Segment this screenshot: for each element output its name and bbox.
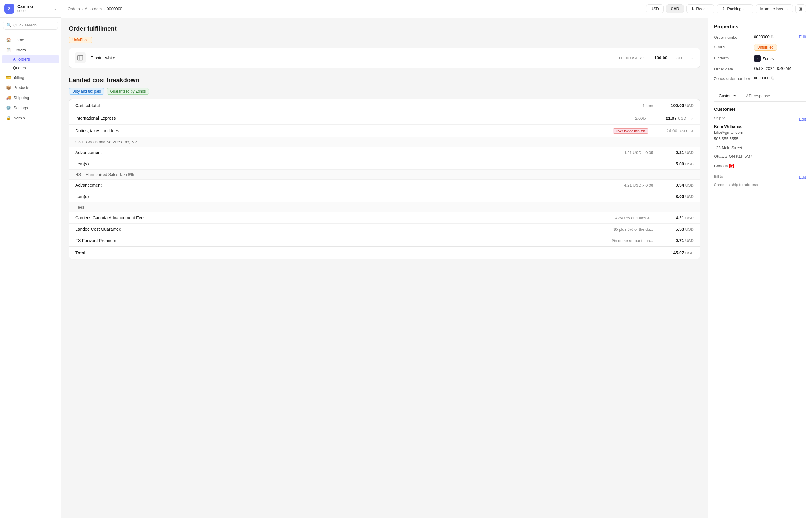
layout-toggle-button[interactable]: ▣ xyxy=(795,4,806,13)
usd-currency-button[interactable]: USD xyxy=(646,4,664,13)
intl-express-currency: USD xyxy=(678,116,686,120)
search-icon: 🔍 xyxy=(6,23,11,27)
tab-customer[interactable]: Customer xyxy=(714,91,741,101)
cost-row-total: Total 145.07 USD xyxy=(69,246,700,259)
intl-express-label: International Express xyxy=(75,116,609,120)
hst-advancement-amount: 0.34 xyxy=(660,183,684,188)
zonos-order-copy-icon[interactable]: ⎘ xyxy=(772,76,774,80)
fx-fee-qty: 4% of the amount con... xyxy=(611,238,653,243)
customer-phone: 506 555 5555 xyxy=(714,136,806,142)
bill-to-section: Bill to Edit Same as ship to address xyxy=(714,174,806,187)
lcg-fee-amount: 5.53 xyxy=(660,227,684,231)
gst-items-label: Item(s) xyxy=(75,162,616,166)
gst-advancement-amount: 0.21 xyxy=(660,150,684,155)
sidebar-item-home[interactable]: 🏠 Home xyxy=(2,35,59,45)
products-icon: 📦 xyxy=(6,85,11,90)
bill-to-same: Same as ship to address xyxy=(714,183,806,187)
sidebar-item-all-orders[interactable]: All orders xyxy=(2,55,59,63)
packing-slip-button[interactable]: 🖨 Packing slip xyxy=(717,4,753,13)
sidebar-item-shipping-label: Shipping xyxy=(13,96,29,100)
right-panel: Properties Order number 0000000 ⎘ Edit S… xyxy=(707,18,812,518)
receipt-button[interactable]: ⬇ Receipt xyxy=(686,4,714,13)
zonos-order-label: Zonos order number xyxy=(714,76,754,81)
hst-advancement-label: Advancement xyxy=(75,183,616,188)
carrier-fee-currency: USD xyxy=(685,216,694,220)
cart-subtotal-amount: 100.00 xyxy=(660,103,684,108)
breadcrumb-orders[interactable]: Orders xyxy=(68,6,80,11)
sidebar-item-products-label: Products xyxy=(13,85,29,90)
main: Orders › All orders › 0000000 USD CAD ⬇ … xyxy=(61,0,812,518)
duties-collapse-icon[interactable]: ∧ xyxy=(691,128,694,133)
sidebar-item-billing-label: Billing xyxy=(13,75,24,80)
tab-api-response[interactable]: API response xyxy=(741,91,775,101)
hst-items-row: Item(s) 8.00 USD xyxy=(69,191,700,202)
receipt-label: Receipt xyxy=(696,6,709,11)
sidebar-item-shipping[interactable]: 🚚 Shipping xyxy=(2,92,59,103)
gst-items-row: Item(s) 5.00 USD xyxy=(69,158,700,170)
zonos-order-row: Zonos order number 0000000 ⎘ xyxy=(714,76,806,81)
lcg-fee-label: Landed Cost Guarantee xyxy=(75,227,613,231)
more-actions-button[interactable]: More actions ⌄ xyxy=(756,4,793,13)
over-tax-badge: Over tax de minimis xyxy=(613,128,648,133)
sidebar-header[interactable]: Z Camino 0000 ⌄ xyxy=(0,0,61,18)
platform-row: Platform Z Zonos xyxy=(714,55,806,62)
order-number-copy-icon[interactable]: ⎘ xyxy=(772,34,774,39)
intl-express-expand-icon[interactable]: ⌄ xyxy=(690,116,694,120)
search-label: Quick search xyxy=(13,23,36,27)
guaranteed-badge: Guaranteed by Zonos xyxy=(107,88,149,95)
sidebar-item-quotes-label: Quotes xyxy=(13,65,26,70)
sidebar-item-products[interactable]: 📦 Products xyxy=(2,82,59,92)
ship-to-edit[interactable]: Edit xyxy=(799,117,806,121)
gst-advancement-label: Advancement xyxy=(75,150,616,155)
order-number-row: Order number 0000000 ⎘ Edit xyxy=(714,34,806,40)
carrier-fee-label: Carrier's Canada Advancement Fee xyxy=(75,215,612,220)
sidebar-item-billing[interactable]: 💳 Billing xyxy=(2,72,59,82)
printer-icon: 🖨 xyxy=(721,6,725,11)
sidebar-item-quotes[interactable]: Quotes xyxy=(2,64,59,72)
sidebar-item-admin[interactable]: 🔒 Admin xyxy=(2,113,59,123)
carrier-fee-qty: 1.42500% of duties &... xyxy=(612,216,653,220)
platform-value: Z Zonos xyxy=(754,55,806,62)
topbar: Orders › All orders › 0000000 USD CAD ⬇ … xyxy=(61,0,812,18)
sidebar-item-orders[interactable]: 📋 Orders xyxy=(2,45,59,55)
billing-icon: 💳 xyxy=(6,75,11,80)
order-fulfillment-section: Order fulfillment Unfulfilled T-shirt -w… xyxy=(69,25,700,68)
lcg-fee-qty: $5 plus 3% of the du... xyxy=(613,227,653,231)
breadcrumb-all-orders[interactable]: All orders xyxy=(85,6,102,11)
fees-section-header: Fees xyxy=(69,202,700,212)
intl-express-amount: 21.07 xyxy=(652,116,677,120)
sidebar-item-orders-label: Orders xyxy=(13,48,26,52)
duties-label: Duties, taxes, and fees xyxy=(75,128,613,133)
canada-flag-icon: 🇨🇦 xyxy=(729,163,734,168)
total-amount: 145.07 xyxy=(660,250,684,255)
admin-icon: 🔒 xyxy=(6,115,11,120)
product-price-total: 100.00 xyxy=(654,55,668,60)
sidebar-item-admin-label: Admin xyxy=(13,116,25,120)
sidebar-item-home-label: Home xyxy=(13,37,24,42)
duty-tax-badge: Duty and tax paid xyxy=(69,88,104,95)
sidebar-item-settings[interactable]: ⚙️ Settings xyxy=(2,103,59,113)
cad-currency-button[interactable]: CAD xyxy=(666,4,684,13)
hst-items-amount: 8.00 xyxy=(660,194,684,199)
cart-subtotal-currency: USD xyxy=(685,103,694,108)
customer-name: Kilie Williams xyxy=(714,124,806,129)
bill-to-edit[interactable]: Edit xyxy=(799,175,806,180)
hst-advancement-currency: USD xyxy=(685,183,694,188)
order-number-value: 0000000 ⎘ xyxy=(754,34,799,39)
brand-name: Camino xyxy=(17,4,33,9)
fx-fee-row: FX Forward Premium 4% of the amount con.… xyxy=(69,235,700,246)
customer-address-line1: 123 Main Street xyxy=(714,145,806,151)
product-expand-icon[interactable]: ⌄ xyxy=(691,55,694,60)
content-area: Order fulfillment Unfulfilled T-shirt -w… xyxy=(61,18,812,518)
cart-subtotal-qty: 1 item xyxy=(616,103,654,108)
quick-search[interactable]: 🔍 Quick search xyxy=(3,21,58,30)
product-name: T-shirt -white xyxy=(91,55,612,60)
hst-section-header: HST (Harmonized Sales Tax) 8% xyxy=(69,170,700,180)
divider xyxy=(714,86,806,86)
fx-fee-label: FX Forward Premium xyxy=(75,238,611,243)
bill-to-label: Bill to xyxy=(714,174,723,179)
sidebar-brand: Camino 0000 xyxy=(17,4,33,13)
order-number-edit[interactable]: Edit xyxy=(799,34,806,39)
platform-label: Platform xyxy=(714,55,754,60)
svg-rect-0 xyxy=(78,56,83,60)
